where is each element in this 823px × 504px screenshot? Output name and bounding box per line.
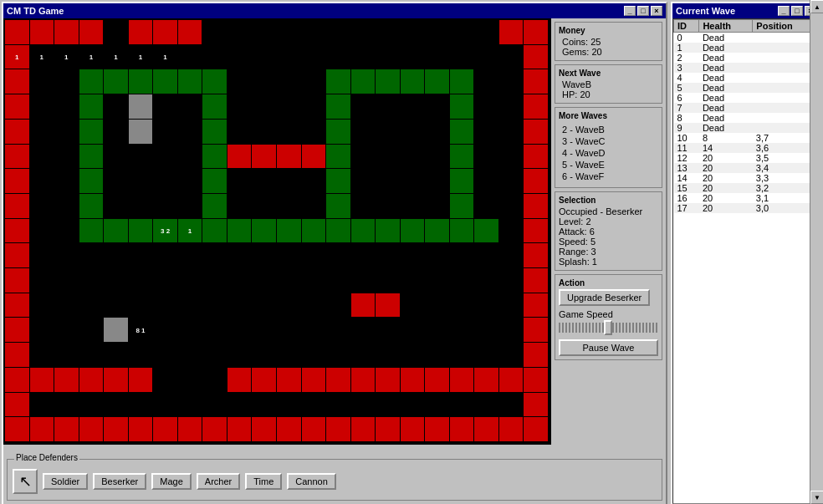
grid-cell[interactable] bbox=[202, 145, 227, 169]
grid-cell[interactable] bbox=[425, 417, 449, 441]
grid-cell[interactable] bbox=[54, 20, 79, 44]
grid-cell[interactable] bbox=[401, 169, 425, 193]
grid-cell[interactable] bbox=[252, 45, 276, 69]
grid-cell[interactable] bbox=[376, 318, 400, 342]
grid-cell[interactable] bbox=[326, 194, 350, 218]
grid-cell[interactable] bbox=[5, 243, 29, 267]
grid-cell[interactable]: 1 bbox=[129, 45, 153, 69]
grid-cell[interactable] bbox=[54, 120, 79, 144]
grid-cell[interactable] bbox=[129, 20, 153, 44]
grid-cell[interactable] bbox=[104, 219, 128, 243]
grid-cell[interactable] bbox=[277, 120, 301, 144]
grid-cell[interactable] bbox=[425, 169, 449, 193]
grid-cell[interactable] bbox=[252, 368, 276, 392]
grid-cell[interactable] bbox=[450, 268, 474, 293]
grid-cell[interactable] bbox=[104, 145, 128, 169]
list-item[interactable]: 6 - WaveF bbox=[560, 171, 643, 182]
grid-cell[interactable] bbox=[54, 293, 79, 318]
grid-cell[interactable] bbox=[104, 20, 128, 44]
grid-cell[interactable] bbox=[202, 318, 227, 342]
grid-cell[interactable] bbox=[178, 194, 202, 218]
grid-cell[interactable] bbox=[474, 69, 498, 94]
waves-listbox[interactable]: 2 - WaveB3 - WaveC4 - WaveD5 - WaveE6 - … bbox=[559, 122, 658, 184]
grid-cell[interactable] bbox=[129, 343, 153, 367]
grid-cell[interactable] bbox=[5, 393, 29, 417]
grid-cell[interactable]: 1 bbox=[30, 45, 54, 69]
grid-cell[interactable] bbox=[425, 343, 449, 367]
grid-cell[interactable] bbox=[79, 268, 104, 293]
grid-cell[interactable] bbox=[5, 194, 29, 218]
grid-cell[interactable]: 1 bbox=[178, 219, 202, 243]
grid-cell[interactable] bbox=[450, 94, 474, 119]
grid-cell[interactable] bbox=[252, 194, 276, 218]
grid-cell[interactable] bbox=[474, 145, 498, 169]
grid-cell[interactable] bbox=[499, 145, 524, 169]
grid-cell[interactable] bbox=[5, 417, 29, 441]
grid-cell[interactable] bbox=[227, 243, 252, 267]
grid-cell[interactable] bbox=[79, 417, 104, 441]
speed-slider-track[interactable] bbox=[559, 323, 658, 333]
grid-cell[interactable] bbox=[30, 293, 54, 318]
grid-cell[interactable] bbox=[351, 169, 376, 193]
grid-cell[interactable] bbox=[450, 243, 474, 267]
grid-cell[interactable] bbox=[474, 417, 498, 441]
grid-cell[interactable] bbox=[252, 268, 276, 293]
grid-cell[interactable] bbox=[202, 94, 227, 119]
grid-cell[interactable] bbox=[129, 219, 153, 243]
grid-cell[interactable] bbox=[202, 393, 227, 417]
grid-cell[interactable] bbox=[178, 268, 202, 293]
grid-cell[interactable] bbox=[104, 69, 128, 94]
grid-cell[interactable] bbox=[30, 20, 54, 44]
grid-cell[interactable] bbox=[30, 94, 54, 119]
grid-cell[interactable] bbox=[104, 194, 128, 218]
grid-cell[interactable] bbox=[227, 417, 252, 441]
grid-cell[interactable] bbox=[30, 169, 54, 193]
grid-cell[interactable] bbox=[376, 368, 400, 392]
grid-cell[interactable] bbox=[302, 145, 326, 169]
grid-cell[interactable] bbox=[277, 343, 301, 367]
grid-cell[interactable] bbox=[425, 20, 449, 44]
grid-cell[interactable] bbox=[202, 69, 227, 94]
grid-cell[interactable] bbox=[104, 169, 128, 193]
grid-cell[interactable] bbox=[129, 293, 153, 318]
grid-cell[interactable] bbox=[376, 69, 400, 94]
grid-cell[interactable] bbox=[5, 69, 29, 94]
grid-cell[interactable] bbox=[5, 343, 29, 367]
grid-cell[interactable] bbox=[326, 169, 350, 193]
grid-cell[interactable] bbox=[401, 268, 425, 293]
grid-cell[interactable] bbox=[30, 393, 54, 417]
grid-cell[interactable] bbox=[104, 94, 128, 119]
grid-cell[interactable] bbox=[153, 194, 177, 218]
grid-cell[interactable] bbox=[401, 45, 425, 69]
grid-cell[interactable] bbox=[450, 69, 474, 94]
grid-cell[interactable] bbox=[178, 145, 202, 169]
grid-cell[interactable] bbox=[129, 417, 153, 441]
grid-cell[interactable]: 1 bbox=[5, 45, 29, 69]
grid-cell[interactable] bbox=[376, 343, 400, 367]
grid-cell[interactable] bbox=[30, 368, 54, 392]
grid-cell[interactable] bbox=[351, 20, 376, 44]
grid-cell[interactable] bbox=[202, 120, 227, 144]
grid-cell[interactable] bbox=[351, 145, 376, 169]
grid-cell[interactable] bbox=[79, 393, 104, 417]
grid-cell[interactable] bbox=[252, 20, 276, 44]
grid-cell[interactable] bbox=[351, 318, 376, 342]
grid-cell[interactable] bbox=[499, 194, 524, 218]
grid-cell[interactable] bbox=[499, 318, 524, 342]
pause-wave-button[interactable]: Pause Wave bbox=[559, 339, 658, 356]
grid-cell[interactable] bbox=[252, 243, 276, 267]
grid-cell[interactable] bbox=[277, 219, 301, 243]
list-item[interactable]: 2 - WaveB bbox=[560, 124, 643, 135]
grid-cell[interactable] bbox=[376, 169, 400, 193]
grid-cell[interactable] bbox=[104, 368, 128, 392]
grid-cell[interactable] bbox=[425, 94, 449, 119]
grid-cell[interactable] bbox=[178, 20, 202, 44]
grid-cell[interactable] bbox=[524, 417, 548, 441]
grid-cell[interactable] bbox=[450, 343, 474, 367]
grid-cell[interactable] bbox=[178, 293, 202, 318]
grid-cell[interactable] bbox=[524, 318, 548, 342]
grid-cell[interactable] bbox=[401, 393, 425, 417]
grid-cell[interactable] bbox=[474, 94, 498, 119]
grid-cell[interactable] bbox=[54, 393, 79, 417]
grid-cell[interactable] bbox=[450, 120, 474, 144]
